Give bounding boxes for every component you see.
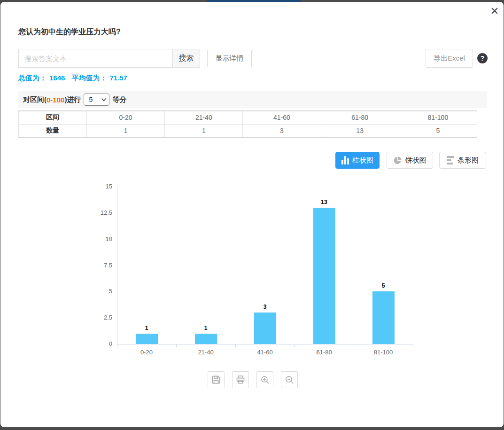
help-icon[interactable]: ? (477, 53, 488, 63)
save-icon (211, 375, 221, 385)
x-axis-tick (295, 344, 295, 347)
interval-suffix: 等分 (112, 95, 126, 104)
chart-bar[interactable] (136, 334, 158, 344)
interval-count-select[interactable]: 5 (84, 94, 109, 106)
show-detail-button[interactable]: 显示详情 (207, 50, 252, 67)
y-axis-tick-label: 0 (65, 340, 112, 347)
pie-chart-icon (394, 156, 402, 164)
hbar-chart-icon (447, 156, 454, 164)
zoom-out-button[interactable] (281, 371, 298, 388)
zoom-out-icon (284, 375, 295, 385)
table-cell: 5 (399, 124, 477, 137)
table-cell: 41-60 (243, 111, 321, 124)
bar-value-label: 13 (310, 199, 338, 205)
row-header-count: 数量 (19, 124, 87, 137)
question-stats-modal: ✕ 您认为初中生的学业压力大吗? 搜索 显示详情 导出Excel ? 总值为：1… (0, 2, 504, 427)
zoom-in-button[interactable] (256, 371, 273, 388)
x-axis-tick (176, 344, 177, 347)
table-cell: 13 (321, 124, 399, 137)
y-axis-tick-label: 5 (65, 288, 112, 295)
x-axis-category-label: 0-20 (121, 349, 172, 356)
x-axis-tick (413, 344, 413, 347)
average-label: 平均值为： (71, 74, 107, 82)
interval-range: 0-100 (47, 96, 64, 104)
y-axis-line (117, 187, 117, 344)
chart-bar[interactable] (254, 313, 276, 344)
bar-value-label: 1 (132, 325, 161, 331)
bar-value-label: 5 (369, 282, 397, 289)
chart-bar[interactable] (195, 334, 217, 344)
x-axis-category-label: 41-60 (239, 349, 291, 356)
interval-prefix: 对区间( (23, 95, 47, 104)
hbar-chart-tab-label: 条形图 (457, 156, 479, 165)
bar-value-label: 3 (251, 304, 279, 310)
table-cell: 1 (87, 124, 165, 137)
chart-bar[interactable] (313, 208, 335, 344)
interval-count-value: 5 (89, 96, 93, 103)
y-axis-tick-label: 7.5 (65, 262, 112, 269)
interval-middle: )进行 (64, 95, 81, 104)
table-cell: 0-20 (87, 111, 165, 124)
bar-value-label: 1 (192, 325, 220, 331)
bar-chart-tab[interactable]: 柱状图 (335, 152, 380, 169)
y-axis-tick-label: 2.5 (65, 314, 112, 321)
save-chart-button[interactable] (208, 371, 225, 388)
x-axis-line (117, 344, 413, 344)
average-value: 71.57 (109, 74, 127, 82)
x-axis-category-label: 81-100 (357, 349, 409, 356)
question-title: 您认为初中生的学业压力大吗? (18, 27, 121, 37)
search-input[interactable] (18, 49, 173, 68)
y-axis-tick-label: 10 (65, 235, 112, 242)
total-label: 总值为： (18, 74, 47, 82)
total-value: 1646 (49, 74, 65, 82)
chevron-down-icon (101, 98, 106, 102)
hbar-chart-tab[interactable]: 条形图 (439, 152, 486, 169)
zoom-in-icon (260, 375, 270, 385)
table-row: 数量 1 1 3 13 5 (19, 124, 477, 137)
chart-bar[interactable] (372, 291, 395, 344)
pie-chart-tab-label: 饼状图 (405, 156, 426, 165)
stats-summary: 总值为：1646平均值为：71.57 (18, 74, 134, 83)
bar-chart-tab-label: 柱状图 (352, 156, 373, 165)
table-row: 区间 0-20 21-40 41-60 61-80 81-100 (19, 111, 477, 124)
pie-chart-tab[interactable]: 饼状图 (387, 152, 433, 169)
table-cell: 21-40 (165, 111, 243, 124)
search-button[interactable]: 搜索 (172, 49, 200, 68)
x-axis-category-label: 21-40 (180, 349, 232, 356)
print-icon (235, 375, 246, 385)
y-axis-tick-label: 12.5 (65, 209, 112, 216)
table-cell: 61-80 (321, 111, 399, 124)
frequency-table: 区间 0-20 21-40 41-60 61-80 81-100 数量 1 1 … (18, 110, 477, 138)
table-cell: 1 (165, 124, 243, 137)
table-cell: 3 (243, 124, 321, 137)
interval-settings-bar: 对区间(0-100)进行 5 等分 (18, 91, 487, 108)
table-cell: 81-100 (399, 111, 477, 124)
print-chart-button[interactable] (232, 371, 249, 388)
x-axis-tick (117, 344, 117, 347)
x-axis-tick (354, 344, 354, 347)
x-axis-tick (235, 344, 236, 347)
close-icon[interactable]: ✕ (488, 5, 501, 18)
export-excel-button[interactable]: 导出Excel (426, 49, 473, 68)
row-header-interval: 区间 (19, 111, 87, 124)
bar-chart-icon (341, 156, 349, 164)
x-axis-category-label: 61-80 (298, 349, 350, 356)
y-axis-tick-label: 15 (65, 183, 112, 190)
